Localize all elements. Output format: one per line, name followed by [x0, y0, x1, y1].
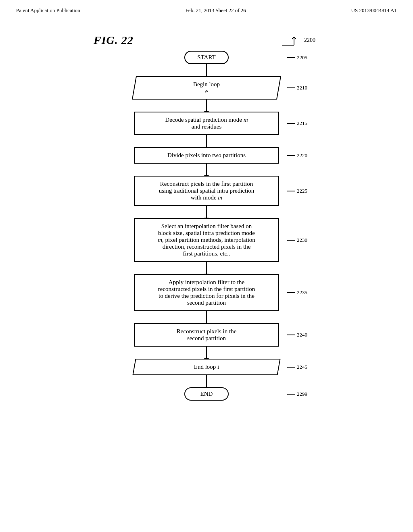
main-content: FIG. 22 2200 START 2205 [0, 14, 413, 401]
reconstruct2-ref: 2240 [287, 332, 307, 338]
decode-ref: 2215 [287, 120, 307, 127]
start-node: START [184, 51, 229, 64]
end-loop-node: End loop i [132, 359, 280, 375]
divide-row: Divide pixels into two partitions 2220 [94, 147, 319, 164]
apply-row: Apply interpolation filter to the recons… [94, 274, 319, 311]
select-row: Select an interpolation filter based on … [94, 218, 319, 262]
arrow-9 [206, 375, 207, 387]
decode-row: Decode spatial prediction mode m and res… [94, 112, 319, 135]
arrow-4 [206, 164, 207, 176]
arrow-5 [206, 206, 207, 218]
arrow-8 [206, 347, 207, 359]
header-center: Feb. 21, 2013 Sheet 22 of 26 [186, 7, 246, 14]
start-row: START 2205 [94, 51, 319, 64]
divide-ref: 2220 [287, 152, 307, 159]
arrow-3 [206, 135, 207, 147]
begin-loop-row: Begin loop e 2210 [94, 76, 319, 100]
main-ref-area: 2200 [280, 34, 315, 47]
apply-node: Apply interpolation filter to the recons… [134, 274, 279, 311]
end-row: END 2299 [94, 387, 319, 401]
header-right: US 2013/0044814 A1 [351, 7, 397, 14]
end-loop-ref: 2245 [287, 364, 307, 370]
start-ref: 2205 [287, 54, 307, 61]
end-ref: 2299 [287, 391, 307, 397]
reconstruct2-row: Reconstruct pixels in the second partiti… [94, 323, 319, 347]
select-ref: 2230 [287, 237, 307, 243]
flowchart: START 2205 Begin loop e 2210 [94, 51, 319, 401]
arrow-6 [206, 262, 207, 274]
begin-loop-ref: 2210 [287, 85, 307, 91]
reconstruct1-ref: 2225 [287, 188, 307, 194]
reconstruct1-node: Reconstruct picels in the first partitio… [134, 176, 279, 206]
decode-node: Decode spatial prediction mode m and res… [134, 112, 279, 135]
arrow-2 [206, 100, 207, 112]
select-node: Select an interpolation filter based on … [134, 218, 279, 262]
main-ref-number: 2200 [304, 37, 315, 44]
page-header: Patent Application Publication Feb. 21, … [0, 0, 413, 14]
end-loop-row: End loop i 2245 [94, 359, 319, 375]
figure-label: FIG. 22 [94, 34, 133, 47]
arrow-7 [206, 311, 207, 323]
arrow-1 [206, 64, 207, 76]
reconstruct2-node: Reconstruct pixels in the second partiti… [134, 323, 279, 347]
header-left: Patent Application Publication [16, 7, 80, 14]
divide-node: Divide pixels into two partitions [134, 147, 279, 164]
hook-arrow-icon [280, 34, 304, 47]
end-node: END [184, 387, 229, 401]
begin-loop-node: Begin loop e [132, 76, 281, 100]
reconstruct1-row: Reconstruct picels in the first partitio… [94, 176, 319, 206]
apply-ref: 2235 [287, 289, 307, 296]
